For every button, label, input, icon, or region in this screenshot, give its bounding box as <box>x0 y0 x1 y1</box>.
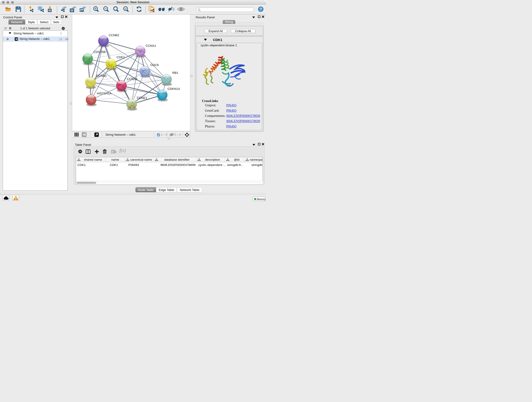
svg-text:RB1: RB1 <box>172 71 178 75</box>
svg-text:?: ? <box>260 7 262 11</box>
svg-text:CDK1: CDK1 <box>117 56 125 59</box>
svg-text:CCNB2: CCNB2 <box>109 33 119 37</box>
svg-text:CCNA1: CCNA1 <box>146 44 156 47</box>
svg-text:CDKN1A: CDKN1A <box>167 87 180 90</box>
svg-text:CCNB1: CCNB1 <box>96 74 107 77</box>
svg-text:CDC6: CDC6 <box>150 63 159 67</box>
svg-text:HIST1H1A: HIST1H1A <box>97 92 112 95</box>
svg-text:CCNA2: CCNA2 <box>127 77 138 81</box>
svg-text:CDC25B: CDC25B <box>94 50 106 54</box>
svg-text:CCNE1: CCNE1 <box>137 96 147 100</box>
